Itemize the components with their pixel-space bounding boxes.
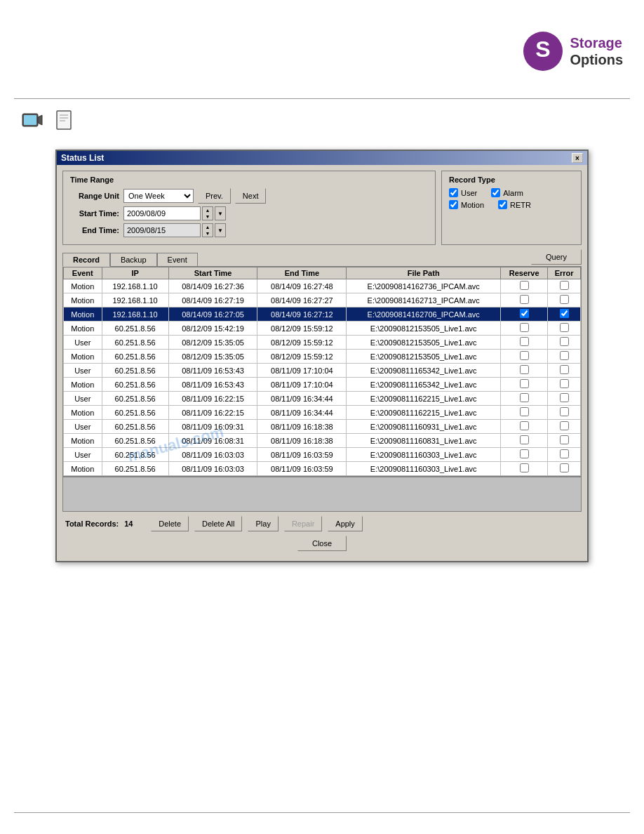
end-time-dropdown[interactable]: ▼ [215, 223, 226, 237]
motion-checkbox-label[interactable]: Motion [449, 200, 484, 209]
alarm-checkbox-label[interactable]: Alarm [491, 188, 523, 197]
reserve-cell[interactable] [501, 406, 548, 420]
reserve-cell[interactable] [501, 462, 548, 476]
error-checkbox[interactable] [560, 295, 569, 304]
error-checkbox[interactable] [560, 309, 569, 318]
reserve-cell[interactable] [501, 378, 548, 392]
reserve-checkbox[interactable] [520, 435, 529, 444]
table-row[interactable]: Motion60.251.8.5608/11/09 16:22:1508/11/… [64, 406, 581, 420]
error-checkbox[interactable] [560, 351, 569, 360]
retr-checkbox-label[interactable]: RETR [498, 200, 531, 209]
table-row[interactable]: User60.251.8.5608/11/09 16:22:1508/11/09… [64, 392, 581, 406]
document-toolbar-icon[interactable] [54, 110, 76, 132]
table-row[interactable]: User60.251.8.5608/11/09 16:03:0308/11/09… [64, 448, 581, 462]
start-time-input[interactable] [123, 206, 201, 220]
start-time-dropdown[interactable]: ▼ [215, 206, 226, 220]
reserve-checkbox[interactable] [520, 337, 529, 346]
reserve-checkbox[interactable] [520, 463, 529, 472]
reserve-checkbox[interactable] [520, 421, 529, 430]
end-time-input[interactable] [123, 223, 201, 237]
reserve-cell[interactable] [501, 293, 548, 307]
video-toolbar-icon[interactable] [21, 110, 43, 132]
user-checkbox[interactable] [449, 188, 458, 197]
reserve-checkbox[interactable] [520, 449, 529, 458]
table-row[interactable]: Motion192.168.1.1008/14/09 16:27:0508/14… [64, 307, 581, 322]
error-cell[interactable] [548, 307, 581, 322]
reserve-cell[interactable] [501, 350, 548, 364]
table-row[interactable]: Motion60.251.8.5608/11/09 16:08:3108/11/… [64, 434, 581, 448]
reserve-checkbox[interactable] [520, 309, 529, 318]
tab-record[interactable]: Record [62, 253, 110, 267]
start-time-down[interactable]: ▼ [203, 213, 213, 220]
error-cell[interactable] [548, 364, 581, 378]
error-cell[interactable] [548, 378, 581, 392]
reserve-cell[interactable] [501, 279, 548, 293]
table-row[interactable]: Motion60.251.8.5608/12/09 15:42:1908/12/… [64, 322, 581, 336]
prev-button[interactable]: Prev. [198, 188, 231, 204]
start-time-up[interactable]: ▲ [203, 207, 213, 213]
reserve-checkbox[interactable] [520, 351, 529, 360]
retr-checkbox[interactable] [498, 200, 507, 209]
error-checkbox[interactable] [560, 435, 569, 444]
reserve-cell[interactable] [501, 420, 548, 434]
user-checkbox-label[interactable]: User [449, 188, 477, 197]
error-checkbox[interactable] [560, 449, 569, 458]
error-checkbox[interactable] [560, 281, 569, 290]
table-row[interactable]: User60.251.8.5608/11/09 16:53:4308/11/09… [64, 364, 581, 378]
reserve-checkbox[interactable] [520, 365, 529, 374]
dialog-close-button[interactable]: × [572, 153, 583, 163]
table-row[interactable]: Motion60.251.8.5608/12/09 15:35:0508/12/… [64, 350, 581, 364]
table-row[interactable]: Motion192.168.1.1008/14/09 16:27:1908/14… [64, 293, 581, 307]
query-button[interactable]: Query [531, 249, 582, 265]
table-row[interactable]: User60.251.8.5608/11/09 16:09:3108/11/09… [64, 420, 581, 434]
tab-backup[interactable]: Backup [110, 253, 157, 266]
error-cell[interactable] [548, 322, 581, 336]
reserve-checkbox[interactable] [520, 295, 529, 304]
error-checkbox[interactable] [560, 365, 569, 374]
range-unit-select[interactable]: One Week One Day One Month [123, 189, 194, 203]
error-cell[interactable] [548, 420, 581, 434]
reserve-cell[interactable] [501, 322, 548, 336]
reserve-cell[interactable] [501, 307, 548, 322]
reserve-cell[interactable] [501, 448, 548, 462]
error-checkbox[interactable] [560, 379, 569, 388]
error-cell[interactable] [548, 279, 581, 293]
reserve-checkbox[interactable] [520, 323, 529, 332]
error-cell[interactable] [548, 336, 581, 350]
reserve-cell[interactable] [501, 364, 548, 378]
reserve-checkbox[interactable] [520, 407, 529, 416]
error-cell[interactable] [548, 434, 581, 448]
reserve-cell[interactable] [501, 392, 548, 406]
reserve-checkbox[interactable] [520, 393, 529, 402]
error-checkbox[interactable] [560, 463, 569, 472]
apply-button[interactable]: Apply [328, 516, 363, 531]
reserve-cell[interactable] [501, 336, 548, 350]
repair-button[interactable]: Repair [284, 516, 322, 531]
table-row[interactable]: Motion192.168.1.1008/14/09 16:27:3608/14… [64, 279, 581, 293]
close-button[interactable]: Close [297, 536, 347, 551]
error-checkbox[interactable] [560, 393, 569, 402]
alarm-checkbox[interactable] [491, 188, 500, 197]
reserve-cell[interactable] [501, 434, 548, 448]
tab-event[interactable]: Event [157, 253, 198, 266]
error-cell[interactable] [548, 293, 581, 307]
reserve-checkbox[interactable] [520, 379, 529, 388]
reserve-checkbox[interactable] [520, 281, 529, 290]
table-row[interactable]: Motion60.251.8.5608/11/09 16:53:4308/11/… [64, 378, 581, 392]
error-cell[interactable] [548, 462, 581, 476]
error-checkbox[interactable] [560, 323, 569, 332]
next-button[interactable]: Next [235, 188, 267, 204]
delete-all-button[interactable]: Delete All [194, 516, 242, 531]
play-button[interactable]: Play [248, 516, 278, 531]
end-time-up[interactable]: ▲ [203, 224, 213, 230]
error-cell[interactable] [548, 448, 581, 462]
error-cell[interactable] [548, 406, 581, 420]
table-row[interactable]: User60.251.8.5608/12/09 15:35:0508/12/09… [64, 336, 581, 350]
error-checkbox[interactable] [560, 407, 569, 416]
error-checkbox[interactable] [560, 421, 569, 430]
end-time-down[interactable]: ▼ [203, 230, 213, 237]
table-row[interactable]: Motion60.251.8.5608/11/09 16:03:0308/11/… [64, 462, 581, 476]
error-cell[interactable] [548, 350, 581, 364]
error-checkbox[interactable] [560, 337, 569, 346]
delete-button[interactable]: Delete [151, 516, 189, 531]
